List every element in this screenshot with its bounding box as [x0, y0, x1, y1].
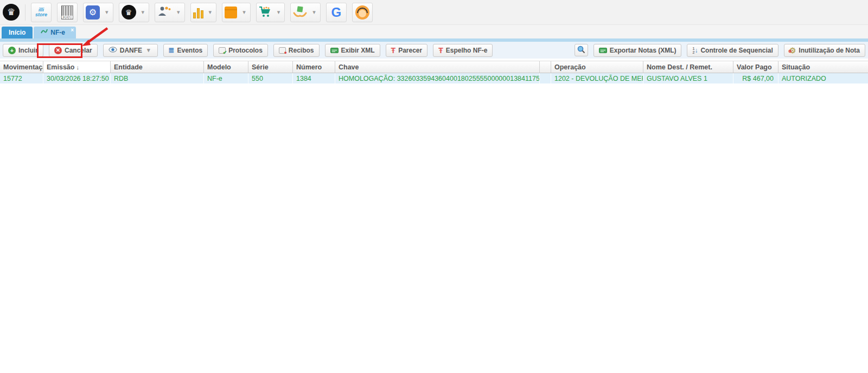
package-menu-button[interactable]: ▾	[222, 3, 251, 22]
document-alert-icon: ●	[279, 47, 286, 54]
chevron-down-icon: ▾	[103, 9, 111, 16]
press-icon: Ŧ	[391, 47, 396, 54]
sales-menu-button[interactable]: ▾	[256, 3, 285, 22]
cell-empty	[540, 73, 551, 83]
tab-nfe[interactable]: NF-e ×	[34, 27, 76, 38]
crown-icon: ♛	[122, 5, 136, 20]
support-button[interactable]	[352, 3, 373, 22]
chevron-down-icon: ▾	[275, 9, 283, 16]
plus-icon: +	[8, 47, 16, 54]
exibir-xml-button[interactable]: Exibir XML	[325, 44, 380, 57]
column-header-numero[interactable]: Número	[293, 61, 335, 73]
people-icon	[157, 6, 171, 19]
eye-icon	[108, 47, 117, 54]
sort-desc-icon: ↓	[76, 64, 79, 70]
app-toolbar: ♛ illi store BOLETO ⚙ ▾ ♛ ▾ ▾ ▾	[0, 0, 868, 25]
xml-card-icon	[330, 48, 339, 53]
numeric-sort-icon: 12↓	[692, 47, 698, 54]
people-menu-button[interactable]: ▾	[155, 3, 185, 22]
grid-header: Movimentação Emissão↓ Entidade Modelo Sé…	[0, 61, 868, 73]
danfe-button[interactable]: DANFE ▾	[103, 44, 158, 57]
cell-emissao: 30/03/2026 18:27:50	[43, 73, 111, 83]
document-check-icon: ✔	[219, 47, 226, 54]
close-icon[interactable]: ×	[71, 27, 74, 33]
protocolos-button[interactable]: ✔ Protocolos	[213, 44, 268, 57]
chevron-down-icon: ▾	[145, 47, 152, 54]
cell-operacao: 1202 - DEVOLUÇÃO DE MER...	[551, 73, 643, 83]
column-header-situacao[interactable]: Situação	[778, 61, 868, 73]
search-button[interactable]	[575, 44, 588, 56]
illi-store-icon: illi store	[35, 8, 47, 17]
column-header-modelo[interactable]: Modelo	[204, 61, 248, 73]
cell-entidade: RDB	[111, 73, 204, 83]
nfe-grid: Movimentação Emissão↓ Entidade Modelo Sé…	[0, 61, 868, 83]
main-menu-button[interactable]: ♛ ▾	[119, 3, 150, 22]
chevron-down-icon: ▾	[240, 9, 248, 16]
toolbar-divider	[25, 4, 25, 21]
gear-icon: ⚙	[86, 5, 100, 20]
chevron-down-icon: ▾	[310, 9, 318, 16]
barcode-icon: BOLETO	[61, 5, 73, 20]
shopping-cart-icon	[259, 5, 272, 20]
controle-sequencial-button[interactable]: 12↓ Controle de Sequencial	[687, 44, 778, 57]
google-icon: G	[331, 5, 341, 20]
list-icon: ≣	[169, 47, 175, 54]
nfe-tab-icon	[41, 29, 48, 36]
illi-store-button[interactable]: illi store	[31, 3, 52, 22]
exportar-notas-button[interactable]: Exportar Notas (XML)	[593, 44, 682, 57]
incluir-button[interactable]: + Incluir	[3, 44, 43, 57]
column-header-nome[interactable]: Nome Dest. / Remet.	[643, 61, 733, 73]
recibos-button[interactable]: ● Recibos	[273, 44, 320, 57]
tab-nfe-label: NF-e	[50, 29, 65, 36]
chevron-down-icon: ▾	[139, 9, 147, 16]
crown-logo-icon[interactable]: ♛	[3, 4, 20, 21]
parecer-button[interactable]: Ŧ Parecer	[386, 44, 428, 57]
package-icon	[225, 7, 237, 18]
tool-cancel-icon: ⚙⊗	[789, 47, 796, 54]
chevron-down-icon: ▾	[207, 9, 214, 16]
hands-box-icon	[293, 5, 307, 20]
tab-inicio-label: Início	[9, 29, 25, 36]
column-header-entidade[interactable]: Entidade	[111, 61, 204, 73]
tab-inicio[interactable]: Início	[2, 27, 33, 38]
cancelar-button[interactable]: ✕ Cancelar	[49, 44, 98, 57]
nfe-action-toolbar: + Incluir ✕ Cancelar DANFE ▾ ≣ Eventos ✔…	[0, 42, 868, 59]
cell-numero: 1384	[293, 73, 335, 83]
cell-serie: 550	[248, 73, 293, 83]
column-header-movimentacao[interactable]: Movimentação	[0, 61, 43, 73]
stock-menu-button[interactable]: ▾	[290, 3, 321, 22]
search-icon	[577, 46, 585, 55]
chevron-down-icon: ▾	[175, 9, 182, 16]
bar-chart-icon	[193, 7, 203, 18]
cell-nome: GUSTAVO ALVES 1	[643, 73, 733, 83]
tab-bar: Início NF-e ×	[0, 25, 868, 38]
cell-valor-pago: R$ 467,00	[733, 73, 778, 83]
reports-menu-button[interactable]: ▾	[190, 3, 217, 22]
column-header-operacao[interactable]: Operação	[551, 61, 643, 73]
cell-modelo: NF-e	[204, 73, 248, 83]
cancel-icon: ✕	[54, 47, 62, 54]
column-header-emissao[interactable]: Emissão↓	[43, 61, 111, 73]
cell-chave: HOMOLOGAÇÃO: 332603359436040018025555000…	[335, 73, 540, 83]
support-agent-icon	[355, 5, 369, 20]
espelho-nfe-button[interactable]: Ŧ Espelho NF-e	[433, 44, 493, 57]
inutilizacao-button[interactable]: ⚙⊗ Inutilização de Nota	[784, 44, 865, 57]
boleto-button[interactable]: BOLETO	[57, 3, 78, 22]
export-card-icon	[599, 48, 607, 53]
column-header-chave[interactable]: Chave	[335, 61, 540, 73]
settings-menu-button[interactable]: ⚙ ▾	[83, 3, 113, 22]
column-header-valor-pago[interactable]: Valor Pago	[733, 61, 778, 73]
column-header-serie[interactable]: Série	[248, 61, 293, 73]
press-icon: Ŧ	[438, 47, 443, 54]
eventos-button[interactable]: ≣ Eventos	[163, 44, 208, 57]
column-header-empty[interactable]	[540, 61, 551, 73]
cell-situacao: AUTORIZADO	[778, 73, 868, 83]
google-button[interactable]: G	[326, 3, 347, 22]
table-row[interactable]: 15772 30/03/2026 18:27:50 RDB NF-e 550 1…	[0, 73, 868, 83]
cell-movimentacao: 15772	[0, 73, 43, 83]
